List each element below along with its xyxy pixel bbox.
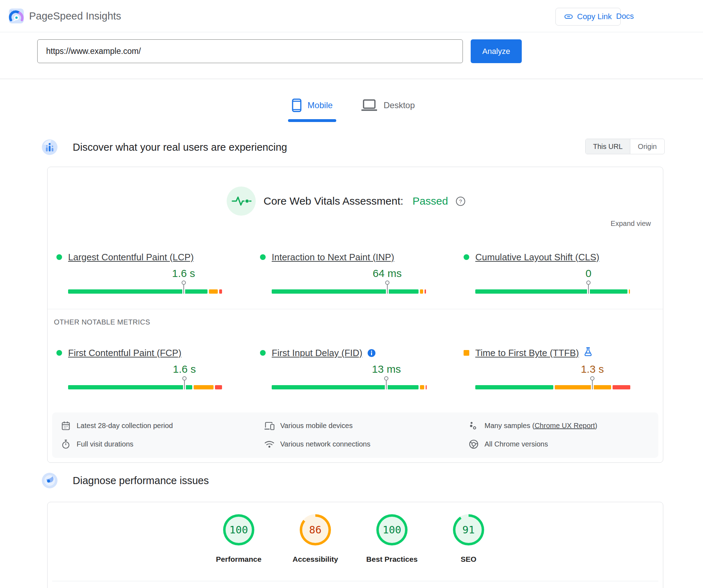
score-category-label: Best Practices (354, 555, 430, 564)
metric-distribution-bar (68, 289, 223, 294)
bar-segment-good (475, 385, 553, 389)
analyze-button[interactable]: Analyze (471, 39, 522, 63)
score-gauge-seo[interactable]: 91SEO (430, 514, 507, 564)
metric-status-bullet (260, 350, 266, 356)
copy-link-button[interactable]: Copy Link (555, 8, 621, 26)
toggle-origin[interactable]: Origin (630, 139, 664, 154)
cwv-assessment-header: Core Web Vitals Assessment: Passed ? (227, 186, 465, 216)
search-divider (0, 79, 703, 79)
footnote-text: Many samples (Chrome UX Report) (485, 422, 597, 430)
lab-section-title: Diagnose performance issues (73, 475, 209, 487)
score-gauge-accessibility[interactable]: 86Accessibility (277, 514, 354, 564)
other-notable-metrics-label: OTHER NOTABLE METRICS (54, 318, 150, 326)
docs-link[interactable]: Docs (616, 0, 634, 32)
pulse-icon (227, 187, 256, 216)
help-icon[interactable]: ? (456, 196, 465, 206)
tab-mobile-label: Mobile (308, 100, 333, 110)
bar-segment-poor (426, 385, 427, 389)
score-gauge-performance[interactable]: 100Performance (200, 514, 277, 564)
device-tabs: Mobile Desktop (0, 96, 703, 122)
diagnose-card: 100Performance86Accessibility100Best Pra… (47, 502, 663, 588)
experiment-flask-icon[interactable] (584, 347, 592, 356)
tab-mobile[interactable]: Mobile (288, 96, 336, 122)
metric-link[interactable]: First Input Delay (FID) (272, 348, 362, 359)
footnote-item: Many samples (Chrome UX Report) (468, 418, 597, 433)
toggle-this-url[interactable]: This URL (586, 139, 630, 154)
collection-info-strip: Latest 28-day collection periodFull visi… (52, 412, 658, 458)
metric-first-input-delay-fid: First Input Delay (FID)13 ms (260, 346, 427, 389)
expand-view-link[interactable]: Expand view (611, 220, 651, 228)
score-value: 86 (302, 517, 328, 543)
tab-active-underline (288, 119, 336, 122)
score-ring: 100 (223, 514, 254, 545)
metric-distribution-bar (475, 289, 630, 294)
metrics-divider (48, 309, 663, 309)
field-section-title: Discover what your real users are experi… (73, 142, 287, 153)
stopwatch-icon (60, 439, 71, 449)
metric-link[interactable]: First Contentful Paint (FCP) (68, 348, 181, 359)
score-category-label: Accessibility (277, 555, 354, 564)
footnote-text: Latest 28-day collection period (77, 422, 173, 430)
score-ring: 100 (376, 514, 408, 545)
network-icon (264, 440, 275, 448)
metric-value: 13 ms (372, 363, 401, 375)
tab-desktop[interactable]: Desktop (361, 96, 415, 122)
bar-segment-ni (629, 289, 630, 294)
bar-segment-poor (215, 385, 222, 389)
bar-segment-poor (613, 385, 630, 389)
footnote-item: Various mobile devices (264, 418, 370, 433)
bar-segment-poor (219, 289, 222, 294)
bar-segment-poor (425, 289, 426, 294)
lab-section-header: Diagnose performance issues (42, 473, 209, 488)
metric-status-bullet (464, 350, 469, 356)
metric-time-to-first-byte-ttfb: Time to First Byte (TTFB)1.3 s (464, 346, 630, 389)
score-gauge-best-practices[interactable]: 100Best Practices (354, 514, 430, 564)
metric-first-contentful-paint-fcp: First Contentful Paint (FCP)1.6 s (56, 346, 223, 389)
metric-status-bullet (56, 350, 62, 356)
footnote-column: Various mobile devicesVarious network co… (264, 418, 370, 451)
bar-segment-ni (420, 289, 423, 294)
lab-card-divider (52, 581, 658, 581)
core-web-vitals-card: Core Web Vitals Assessment: Passed ? Exp… (47, 167, 663, 463)
score-ring: 86 (300, 514, 331, 545)
score-category-label: SEO (430, 555, 507, 564)
footnote-item: All Chrome versions (468, 437, 597, 451)
page-title: PageSpeed Insights (29, 0, 121, 32)
svg-text:?: ? (459, 198, 462, 204)
metric-cumulative-layout-shift-cls: Cumulative Layout Shift (CLS)0 (464, 250, 630, 294)
footnote-text: All Chrome versions (485, 440, 548, 448)
metric-distribution-bar (68, 385, 223, 389)
real-users-icon (42, 139, 57, 155)
pagespeed-insights-page: PageSpeed Insights Copy Link Docs Analyz… (0, 0, 703, 588)
info-icon[interactable] (367, 349, 376, 357)
metric-value: 0 (586, 267, 592, 279)
bar-segment-good (68, 385, 192, 389)
metric-status-bullet (56, 254, 62, 260)
footnote-text: Various mobile devices (280, 422, 353, 430)
cwv-assessment-title: Core Web Vitals Assessment: (264, 195, 403, 207)
bar-segment-good (272, 289, 419, 294)
bar-segment-ni (194, 385, 214, 389)
desktop-laptop-icon (361, 99, 377, 112)
metric-link[interactable]: Time to First Byte (TTFB) (475, 348, 579, 359)
score-value: 91 (455, 517, 482, 543)
footnote-item: Full visit durations (60, 437, 173, 451)
footnote-column: Many samples (Chrome UX Report)All Chrom… (468, 418, 597, 451)
pagespeed-logo-icon[interactable] (9, 9, 24, 23)
mobile-phone-icon (292, 98, 301, 112)
metric-largest-contentful-paint-lcp: Largest Contentful Paint (LCP)1.6 s (56, 250, 223, 294)
footnote-item: Various network connections (264, 437, 370, 451)
metric-link[interactable]: Largest Contentful Paint (LCP) (68, 252, 194, 263)
bar-segment-good (272, 385, 419, 389)
bar-segment-good (475, 289, 627, 294)
metric-value: 1.6 s (173, 363, 196, 375)
metric-link[interactable]: Cumulative Layout Shift (CLS) (475, 252, 599, 263)
bar-segment-good (68, 289, 207, 294)
chrome-ux-report-link[interactable]: Chrome UX Report (535, 422, 595, 429)
url-input[interactable] (37, 39, 463, 63)
footnote-column: Latest 28-day collection periodFull visi… (60, 418, 173, 451)
metric-distribution-bar (475, 385, 630, 389)
metric-link[interactable]: Interaction to Next Paint (INP) (272, 252, 394, 263)
diagnose-compass-icon (42, 473, 57, 488)
samples-icon (468, 421, 479, 430)
